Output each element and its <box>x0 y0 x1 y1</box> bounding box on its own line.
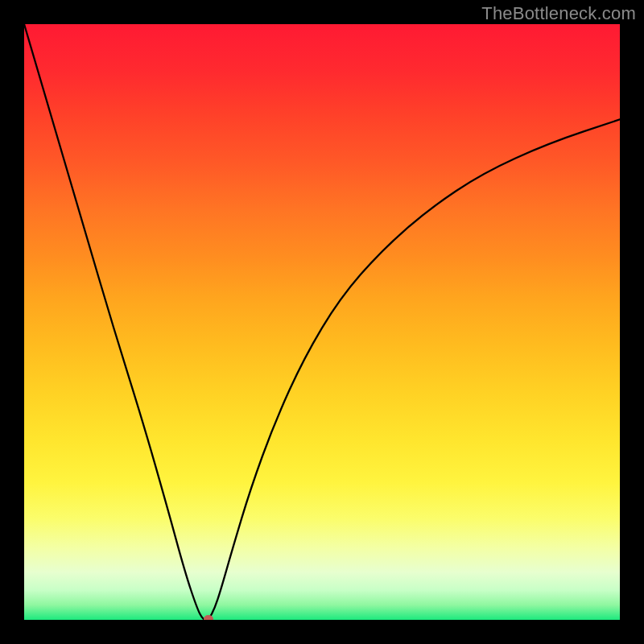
bottleneck-curve <box>24 24 620 620</box>
chart-stage: TheBottleneck.com <box>0 0 644 644</box>
watermark-text: TheBottleneck.com <box>481 3 636 24</box>
optimal-point-marker <box>204 615 213 620</box>
plot-area <box>24 24 620 620</box>
